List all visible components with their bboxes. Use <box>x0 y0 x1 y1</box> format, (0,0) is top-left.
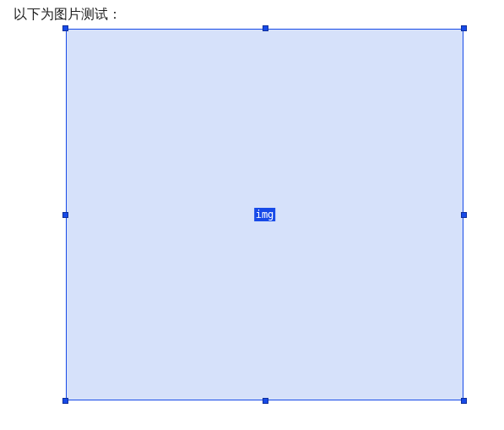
element-tag-label[interactable]: img <box>254 208 276 221</box>
heading-text: 以下为图片测试： <box>14 6 122 24</box>
resize-handle-bottom-right[interactable] <box>461 398 467 404</box>
inspector-canvas: img <box>62 25 467 404</box>
resize-handle-top-left[interactable] <box>62 25 68 31</box>
resize-handle-middle-left[interactable] <box>62 212 68 218</box>
resize-handle-bottom-left[interactable] <box>62 398 68 404</box>
resize-handle-middle-right[interactable] <box>461 212 467 218</box>
resize-handle-bottom-middle[interactable] <box>263 398 268 404</box>
resize-handle-top-right[interactable] <box>461 25 467 31</box>
resize-handle-top-middle[interactable] <box>263 25 268 31</box>
